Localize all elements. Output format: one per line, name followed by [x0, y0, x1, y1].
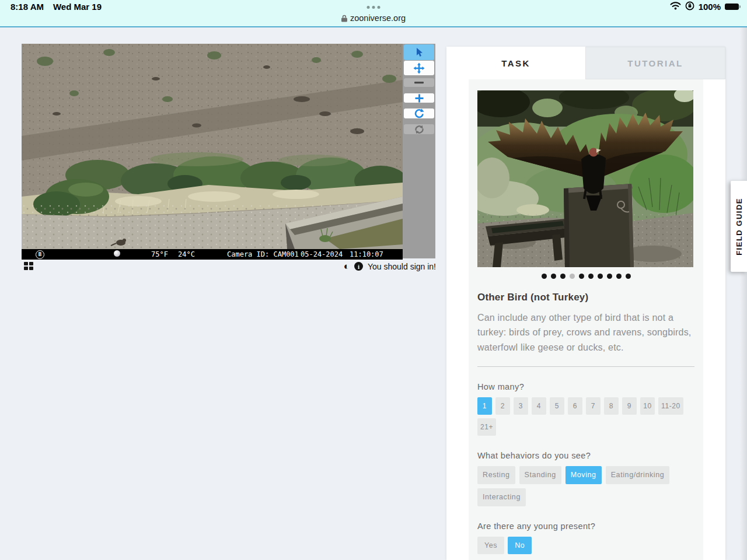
question-label: Are there any young present?: [477, 522, 694, 531]
camera-brand-logo: B: [36, 250, 44, 259]
url-text: zooniverse.org: [350, 13, 406, 23]
status-right: 100%: [670, 1, 739, 12]
rotation-lock-icon: [685, 1, 694, 12]
answer-option-6[interactable]: 6: [568, 397, 582, 415]
menu-dots-icon[interactable]: [367, 6, 381, 9]
question-label: What behaviors do you see?: [477, 451, 694, 460]
question-block: Are there any young present?YesNo: [477, 522, 694, 554]
battery-percent: 100%: [699, 2, 721, 12]
answer-option-7[interactable]: 7: [586, 397, 601, 415]
carousel-dot[interactable]: [560, 274, 566, 279]
carousel-dot[interactable]: [588, 274, 594, 279]
contrast-icon[interactable]: ◐: [344, 261, 350, 271]
answer-option-eating-drinking[interactable]: Eating/drinking: [606, 466, 670, 484]
signin-message: You should sign in!: [368, 262, 436, 271]
answer-option-standing[interactable]: Standing: [519, 466, 561, 484]
carousel-dot[interactable]: [551, 274, 556, 279]
carousel-dot[interactable]: [570, 274, 575, 279]
carousel-dot[interactable]: [542, 274, 547, 279]
osd-time: 11:10:07: [350, 250, 383, 258]
field-guide-tab[interactable]: FIELD GUIDE: [731, 181, 747, 272]
carousel-dot[interactable]: [598, 274, 603, 279]
task-panel: TASK TUTORIAL: [446, 47, 725, 560]
wifi-icon: [670, 2, 681, 12]
subject-example-image: [477, 90, 694, 267]
zoom-out-icon: [414, 81, 424, 84]
viewer-footer: ◐ i You should sign in!: [22, 261, 436, 273]
reset-button[interactable]: [404, 124, 434, 134]
carousel-dot[interactable]: [626, 274, 631, 279]
select-tool-button[interactable]: [404, 44, 434, 60]
battery-icon: [725, 4, 739, 10]
carousel-dot[interactable]: [616, 274, 622, 279]
pan-tool-button[interactable]: [404, 61, 434, 75]
divider: [477, 366, 694, 367]
choice-description: Can include any other type of bird that …: [477, 310, 694, 355]
browser-chrome: 8:18 AM Wed Mar 19 100% zooniverse.org: [0, 0, 747, 27]
rotate-icon: [414, 108, 424, 118]
reset-icon: [414, 125, 424, 134]
app-root: 8:18 AM Wed Mar 19 100% zooniverse.org: [0, 0, 747, 560]
camera-trap-photo[interactable]: [22, 44, 403, 249]
zoom-in-icon: [415, 94, 424, 103]
answer-option-moving[interactable]: Moving: [566, 466, 602, 484]
answer-option-21-[interactable]: 21+: [477, 418, 496, 436]
status-date: Wed Mar 19: [53, 2, 102, 12]
pan-tool-icon: [413, 62, 425, 74]
osd-temp-c: 24°C: [178, 250, 195, 258]
carousel-dot[interactable]: [579, 274, 584, 279]
answer-option-resting[interactable]: Resting: [477, 466, 515, 484]
answer-option-10[interactable]: 10: [640, 397, 655, 415]
info-icon[interactable]: i: [354, 262, 363, 271]
questions: How many?1234567891011-2021+What behavio…: [477, 382, 694, 554]
subject-viewer: B 75°F 24°C Camera ID: CAM001 05-24-2024…: [22, 44, 403, 260]
carousel-dot[interactable]: [607, 274, 612, 279]
answer-option-yes[interactable]: Yes: [477, 537, 504, 554]
question-block: What behaviors do you see?RestingStandin…: [477, 451, 694, 506]
choice-heading: Other Bird (not Turkey): [477, 292, 694, 303]
answer-option-no[interactable]: No: [508, 537, 532, 554]
zoom-in-button[interactable]: [404, 93, 434, 103]
viewer-toolbar: [403, 44, 435, 258]
rotate-button[interactable]: [404, 108, 434, 118]
task-content: Other Bird (not Turkey) Can include any …: [469, 79, 703, 560]
field-guide-label: FIELD GUIDE: [735, 198, 743, 256]
answer-option-11-20[interactable]: 11-20: [658, 397, 683, 415]
tab-task[interactable]: TASK: [446, 47, 585, 79]
answer-option-4[interactable]: 4: [532, 397, 546, 415]
answer-option-3[interactable]: 3: [514, 397, 528, 415]
carousel-dots: [477, 274, 694, 279]
status-left: 8:18 AM Wed Mar 19: [11, 2, 102, 12]
answer-option-5[interactable]: 5: [550, 397, 564, 415]
answer-option-2[interactable]: 2: [495, 397, 510, 415]
tab-tutorial[interactable]: TUTORIAL: [585, 47, 725, 79]
camera-osd-bar: B 75°F 24°C Camera ID: CAM001 05-24-2024…: [22, 249, 403, 260]
osd-camera-id: Camera ID: CAM001: [227, 250, 299, 258]
answer-option-interacting[interactable]: Interacting: [477, 488, 526, 506]
osd-temp-f: 75°F: [151, 250, 168, 258]
answer-option-1[interactable]: 1: [477, 397, 492, 415]
osd-date: 05-24-2024: [301, 250, 343, 258]
zoom-out-button[interactable]: [404, 78, 434, 87]
answer-option-9[interactable]: 9: [622, 397, 637, 415]
select-tool-icon: [415, 47, 424, 57]
question-label: How many?: [477, 382, 694, 391]
question-block: How many?1234567891011-2021+: [477, 382, 694, 436]
edge-shade: [740, 27, 747, 560]
moon-phase-icon: [114, 250, 120, 257]
grid-icon[interactable]: [24, 262, 33, 270]
tab-bar: TASK TUTORIAL: [446, 47, 725, 79]
lock-icon: [341, 15, 347, 22]
answer-option-8[interactable]: 8: [604, 397, 619, 415]
address-bar[interactable]: zooniverse.org: [341, 13, 406, 23]
status-time: 8:18 AM: [11, 2, 44, 12]
